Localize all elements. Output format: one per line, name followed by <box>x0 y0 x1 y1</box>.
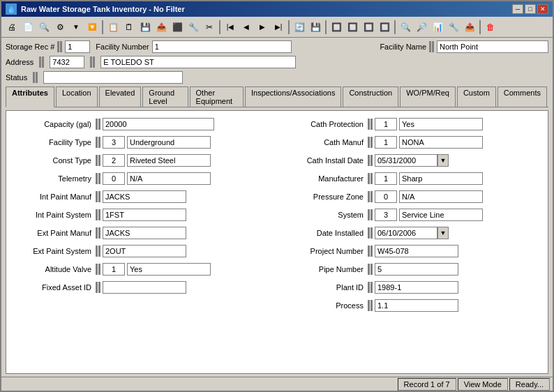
app-icon: 💧 <box>6 3 17 15</box>
cath-manuf-num[interactable] <box>375 136 397 149</box>
cath-protection-input[interactable] <box>399 118 483 130</box>
storage-rec-input[interactable] <box>65 40 90 53</box>
zoom2-button[interactable]: 🔎 <box>414 20 429 35</box>
minimize-button[interactable]: ─ <box>512 4 523 14</box>
cath-manuf-input[interactable] <box>399 136 483 149</box>
print-button[interactable]: 📄 <box>20 20 36 35</box>
date-installed-label: Date Installed <box>284 229 368 237</box>
date-installed-input[interactable] <box>375 227 437 239</box>
grid4-button[interactable]: 🔲 <box>377 20 392 35</box>
search-button[interactable]: 🔍 <box>36 20 52 35</box>
delete-button[interactable]: 🗑 <box>483 20 498 35</box>
facility-type-num[interactable] <box>103 136 125 149</box>
cut-button[interactable]: ✂ <box>202 20 217 35</box>
const-type-input[interactable] <box>127 154 211 167</box>
altitude-valve-num[interactable] <box>103 263 125 276</box>
block-button[interactable]: ⬛ <box>170 20 185 35</box>
facility-name-input[interactable] <box>437 40 548 53</box>
pipe-number-label: Pipe Number <box>284 265 368 273</box>
capacity-input[interactable] <box>103 118 214 130</box>
tab-comments[interactable]: Comments <box>497 86 547 107</box>
tab-other-equipment[interactable]: Other Equipment <box>190 86 244 107</box>
facility-number-input[interactable] <box>152 40 292 53</box>
tab-attributes[interactable]: Attributes <box>6 86 54 107</box>
tab-elevated[interactable]: Elevated <box>99 86 142 107</box>
altitude-valve-row: Altitude Valve <box>12 262 270 277</box>
chart-button[interactable]: 📊 <box>430 20 445 35</box>
manufacturer-input[interactable] <box>399 172 483 185</box>
copy-button[interactable]: 📋 <box>105 20 121 35</box>
pipe-number-input[interactable] <box>375 263 458 276</box>
ext-paint-system-input[interactable] <box>103 245 186 257</box>
pressure-zone-num[interactable] <box>375 190 397 203</box>
process-input[interactable] <box>375 299 458 312</box>
pressure-zone-row: Pressure Zone <box>284 189 542 204</box>
filter2-button[interactable]: 🔽 <box>84 20 100 35</box>
status-input[interactable] <box>43 71 183 84</box>
config-button[interactable]: 🔧 <box>446 20 461 35</box>
save2-button[interactable]: 💾 <box>308 20 323 35</box>
cath-manuf-row: Cath Manuf <box>284 135 542 150</box>
facility-name-bar <box>429 41 434 52</box>
int-paint-manuf-input[interactable] <box>103 190 186 203</box>
facility-type-input[interactable] <box>127 136 211 149</box>
date-installed-bar <box>368 227 373 239</box>
int-paint-system-input[interactable] <box>103 209 186 221</box>
tab-inspections[interactable]: Inspections/Associations <box>245 86 341 107</box>
grid2-button[interactable]: 🔲 <box>345 20 360 35</box>
address-street-input[interactable] <box>100 56 296 68</box>
tab-construction[interactable]: Construction <box>343 86 398 107</box>
tab-wo-pm[interactable]: WO/PM/Req <box>400 86 456 107</box>
address-row: Address <box>6 56 548 68</box>
storage-rec-group: Storage Rec # <box>6 40 90 53</box>
tab-custom[interactable]: Custom <box>457 86 496 107</box>
fixed-asset-id-input[interactable] <box>103 281 186 294</box>
tab-ground-level[interactable]: Ground Level <box>142 86 188 107</box>
cath-install-date-label: Cath Install Date <box>284 156 368 165</box>
cath-install-date-bar <box>368 155 373 166</box>
const-type-num[interactable] <box>103 154 125 167</box>
facility-number-label: Facility Number <box>96 43 149 51</box>
tools-button[interactable]: 🔧 <box>186 20 201 35</box>
next-button[interactable]: ▶ <box>255 20 270 35</box>
statusbar: Record 1 of 7 View Mode Ready... <box>1 377 553 391</box>
export-button[interactable]: 📤 <box>154 20 169 35</box>
tab-location[interactable]: Location <box>56 86 98 107</box>
system-row: System <box>284 207 542 223</box>
storage-rec-label: Storage Rec # <box>6 43 54 51</box>
new-button[interactable]: 🖨 <box>4 20 20 35</box>
ext-paint-manuf-input[interactable] <box>103 227 186 239</box>
right-column: Cath Protection Cath Manuf <box>284 116 542 368</box>
prev-button[interactable]: ◀ <box>239 20 254 35</box>
manufacturer-num[interactable] <box>375 172 397 185</box>
filter-button[interactable]: ▼ <box>68 20 84 35</box>
refresh-button[interactable]: 🔄 <box>292 20 307 35</box>
project-number-input[interactable] <box>375 245 458 257</box>
last-button[interactable]: ▶| <box>271 20 286 35</box>
grid3-button[interactable]: 🔲 <box>361 20 376 35</box>
close-button[interactable]: ✕ <box>537 4 548 14</box>
altitude-valve-input[interactable] <box>127 263 211 276</box>
pressure-zone-input[interactable] <box>399 190 483 203</box>
upload-button[interactable]: 📤 <box>462 20 477 35</box>
grid1-button[interactable]: 🔲 <box>329 20 344 35</box>
telemetry-input[interactable] <box>127 172 211 185</box>
plant-id-input[interactable] <box>375 281 458 294</box>
settings-button[interactable]: ⚙ <box>52 20 68 35</box>
maximize-button[interactable]: □ <box>525 4 536 14</box>
system-num[interactable] <box>375 209 397 221</box>
date-installed-dropdown[interactable]: ▼ <box>437 227 449 239</box>
address-bar <box>39 56 44 68</box>
cath-install-date-input[interactable] <box>375 154 437 167</box>
first-button[interactable]: |◀ <box>223 20 238 35</box>
zoom-button[interactable]: 🔍 <box>398 20 413 35</box>
save-button[interactable]: 💾 <box>137 20 153 35</box>
system-input[interactable] <box>399 209 483 221</box>
address-num-input[interactable] <box>50 56 84 68</box>
cath-manuf-value-area <box>368 136 542 149</box>
cath-install-date-dropdown[interactable]: ▼ <box>437 154 449 167</box>
telemetry-value-area <box>96 172 270 185</box>
telemetry-num[interactable] <box>103 172 125 185</box>
paste-button[interactable]: 🗒 <box>121 20 137 35</box>
cath-protection-num[interactable] <box>375 118 397 130</box>
